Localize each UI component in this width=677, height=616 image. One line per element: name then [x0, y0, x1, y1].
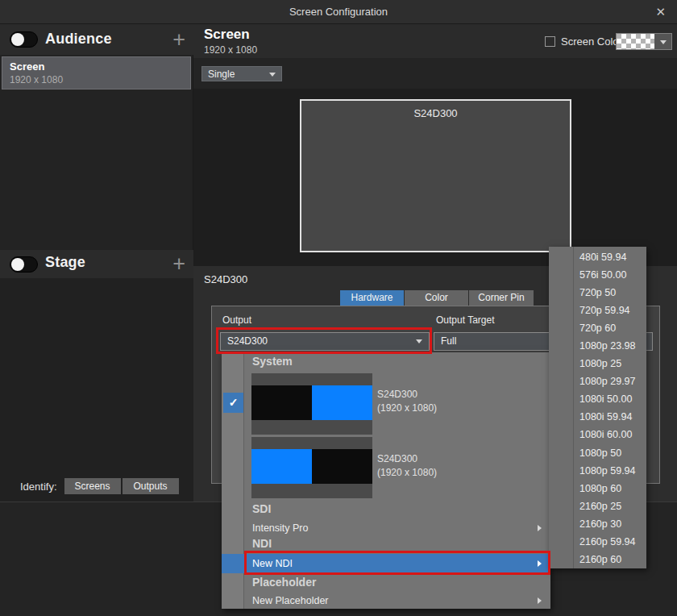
stage-toggle[interactable] — [10, 256, 38, 273]
identify-outputs-button[interactable]: Outputs — [123, 478, 179, 494]
stage-label: Stage — [45, 254, 85, 271]
monitor-black — [251, 385, 312, 420]
submenu-item[interactable]: 1080p 60 — [549, 480, 646, 497]
thumb-band — [251, 437, 372, 449]
monitor-blue — [251, 449, 312, 484]
submenu-item[interactable]: 1080p 29.97 — [549, 373, 646, 390]
submenu-item[interactable]: 1080p 25 — [549, 355, 646, 373]
submenu-item[interactable]: 2160p 59.94 — [549, 533, 646, 551]
screen-color-swatch-dropdown[interactable] — [616, 33, 672, 50]
output-target-label: Output Target — [436, 314, 495, 326]
display-name: S24D300 — [377, 388, 437, 402]
audience-label: Audience — [45, 31, 112, 48]
menu-header-system: System — [252, 355, 293, 368]
output-dropdown-menu: ✓ System S24D300 (1920 x 1080) — [222, 352, 550, 609]
mode-toolbar: Single — [193, 58, 677, 89]
submenu-arrow-icon — [538, 597, 542, 604]
thumb-monitors — [251, 385, 372, 420]
monitor-preview-label: S24D300 — [301, 107, 570, 119]
window-title: Screen Configuration — [0, 6, 677, 18]
chevron-down-icon — [269, 73, 276, 77]
identify-row: Identify: Screens Outputs — [20, 478, 179, 494]
thumb-band — [251, 373, 372, 385]
toggle-knob — [11, 33, 24, 46]
display-thumbnail — [251, 373, 372, 435]
display-name: S24D300 — [377, 452, 437, 466]
identify-label: Identify: — [20, 481, 57, 493]
sidebar: Audience + Screen 1920 x 1080 Stage + Id… — [0, 24, 193, 502]
monitor-preview[interactable]: S24D300 — [300, 99, 571, 252]
stage-header: Stage + — [0, 250, 193, 278]
tab-corner-pin[interactable]: Corner Pin — [469, 290, 534, 306]
menu-header-placeholder: Placeholder — [252, 576, 316, 589]
add-stage-screen-button[interactable]: + — [172, 251, 185, 277]
screen-color-checkbox[interactable] — [545, 36, 555, 47]
menu-item-label: Intensity Pro — [252, 522, 308, 534]
tab-color[interactable]: Color — [405, 290, 468, 306]
screen-configuration-window: Screen Configuration ✕ Audience + Screen… — [0, 0, 677, 616]
page-title: Screen — [204, 27, 250, 43]
display-2-label: S24D300 (1920 x 1080) — [377, 452, 437, 480]
output-select-value: S24D300 — [227, 335, 268, 347]
output-target-value: Full — [441, 335, 456, 347]
title-bar: Screen Configuration ✕ — [0, 0, 677, 24]
submenu-item[interactable]: 720p 60 — [549, 319, 646, 337]
page-resolution: 1920 x 1080 — [204, 44, 257, 56]
submenu-item[interactable]: 1080i 59.94 — [549, 408, 646, 426]
menu-item-intensity-pro[interactable]: Intensity Pro — [222, 519, 550, 537]
stage-list-area — [0, 278, 193, 502]
tab-hardware[interactable]: Hardware — [340, 290, 404, 306]
submenu-item[interactable]: 1080i 60.00 — [549, 426, 646, 443]
transparent-checker-swatch — [617, 34, 654, 49]
submenu-arrow-icon — [538, 525, 542, 531]
submenu-item[interactable]: 1080p 23.98 — [549, 337, 646, 355]
screen-color-label: Screen Color — [561, 35, 622, 48]
display-resolution: (1920 x 1080) — [377, 402, 437, 415]
monitor-blue — [312, 385, 372, 420]
screen-preview-area: S24D300 — [193, 89, 677, 266]
submenu-item[interactable]: 720p 59.94 — [549, 302, 646, 319]
submenu-item[interactable]: 2160p 25 — [549, 497, 646, 515]
submenu-item[interactable]: 1080p 50 — [549, 444, 646, 462]
main-header: Screen 1920 x 1080 Screen Color — [193, 24, 677, 58]
thumb-monitors — [251, 449, 372, 484]
add-audience-screen-button[interactable]: + — [172, 25, 185, 54]
menu-item-label: New Placeholder — [252, 595, 329, 606]
monitor-black — [312, 449, 372, 484]
audience-toggle[interactable] — [10, 31, 38, 48]
menu-header-ndi: NDI — [252, 537, 272, 550]
submenu-item[interactable]: 2160p 30 — [549, 515, 646, 533]
toggle-knob — [11, 258, 24, 271]
screen-item-name: Screen — [10, 60, 44, 73]
output-label: Output — [222, 314, 251, 326]
submenu-item[interactable]: 1080p 59.94 — [549, 462, 646, 480]
chevron-down-icon — [416, 339, 422, 343]
sidebar-item-screen[interactable]: Screen 1920 x 1080 — [2, 56, 191, 89]
display-1-label: S24D300 (1920 x 1080) — [377, 388, 437, 415]
identify-screens-button[interactable]: Screens — [64, 478, 121, 494]
submenu-item[interactable]: 576i 50.00 — [549, 266, 646, 284]
screen-mode-select[interactable]: Single — [201, 66, 282, 81]
section-title: S24D300 — [204, 273, 247, 285]
output-select[interactable]: S24D300 — [220, 332, 430, 351]
menu-item-new-placeholder[interactable]: New Placeholder — [222, 593, 550, 609]
menu-item-new-ndi[interactable]: New NDI — [222, 554, 550, 573]
menu-header-sdi: SDI — [252, 502, 271, 515]
audience-header: Audience + — [0, 24, 193, 55]
chevron-down-icon — [660, 40, 667, 44]
display-resolution: (1920 x 1080) — [377, 466, 437, 480]
display-thumbnail — [251, 437, 372, 498]
checked-output-checkmark-icon: ✓ — [223, 393, 243, 413]
screen-item-resolution: 1920 x 1080 — [10, 74, 63, 85]
format-submenu: 480i 59.94 576i 50.00 720p 50 720p 59.94… — [549, 247, 646, 568]
menu-item-label: New NDI — [252, 558, 293, 569]
submenu-item[interactable]: 1080i 50.00 — [549, 390, 646, 408]
screen-mode-value: Single — [208, 69, 235, 80]
submenu-item[interactable]: 2160p 60 — [549, 551, 646, 568]
submenu-item[interactable]: 480i 59.94 — [549, 248, 646, 266]
close-icon[interactable]: ✕ — [655, 5, 666, 19]
submenu-arrow-icon — [538, 560, 542, 567]
config-tabs: Hardware Color Corner Pin — [340, 290, 534, 306]
submenu-item[interactable]: 720p 50 — [549, 284, 646, 302]
